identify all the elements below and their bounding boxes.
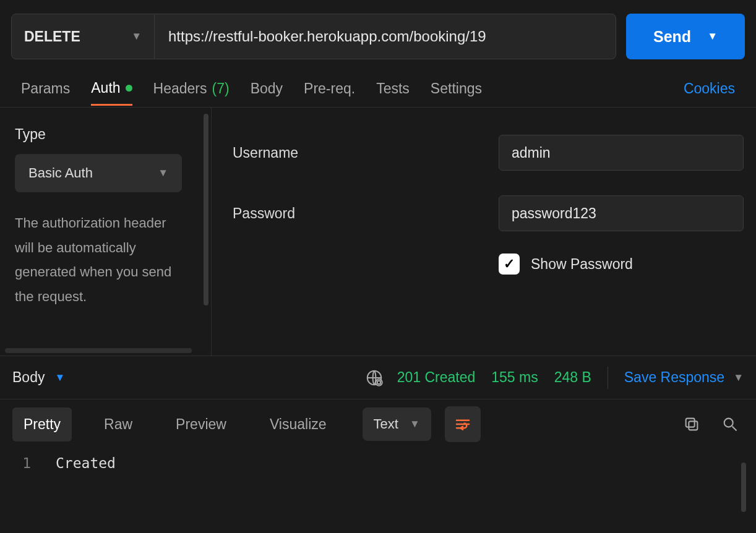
response-size: 248 B bbox=[554, 369, 591, 386]
line-number: 1 bbox=[12, 455, 31, 471]
chevron-down-icon: ▼ bbox=[131, 30, 142, 43]
password-row: Password bbox=[233, 195, 744, 231]
auth-credentials-panel: Username Password ✓ Show Password bbox=[212, 108, 756, 356]
chevron-down-icon: ▼ bbox=[733, 372, 744, 384]
copy-button[interactable] bbox=[678, 411, 705, 438]
tab-body[interactable]: Body bbox=[251, 73, 283, 104]
svg-point-7 bbox=[724, 419, 733, 427]
username-row: Username bbox=[233, 135, 744, 171]
password-input[interactable] bbox=[499, 195, 744, 231]
tab-headers[interactable]: Headers (7) bbox=[153, 73, 230, 104]
send-button[interactable]: Send ▼ bbox=[626, 14, 745, 59]
svg-point-1 bbox=[376, 379, 382, 386]
view-tab-preview[interactable]: Preview bbox=[165, 407, 238, 441]
response-toolbar: Pretty Raw Preview Visualize Text ▼ bbox=[0, 399, 756, 449]
tab-auth[interactable]: Auth bbox=[91, 72, 132, 106]
auth-pane: Type Basic Auth ▼ The authorization head… bbox=[0, 108, 756, 356]
response-status: 201 Created bbox=[397, 369, 476, 386]
response-meta: Body ▼ 201 Created 155 ms 248 B Save Res… bbox=[0, 356, 756, 399]
svg-rect-5 bbox=[689, 421, 697, 430]
divider bbox=[608, 367, 608, 389]
url-input[interactable] bbox=[155, 14, 616, 59]
response-format-select[interactable]: Text ▼ bbox=[363, 407, 431, 441]
tab-tests[interactable]: Tests bbox=[376, 73, 410, 104]
chevron-down-icon: ▼ bbox=[158, 167, 168, 179]
auth-type-value: Basic Auth bbox=[28, 165, 93, 181]
request-bar: DELETE ▼ Send ▼ bbox=[0, 0, 756, 70]
send-button-label: Send bbox=[653, 28, 691, 46]
password-label: Password bbox=[233, 205, 499, 222]
wrap-lines-button[interactable] bbox=[445, 406, 481, 442]
svg-rect-6 bbox=[686, 419, 695, 427]
show-password-row: ✓ Show Password bbox=[499, 254, 744, 275]
response-view-tabs: Pretty Raw Preview Visualize bbox=[12, 407, 338, 441]
line-content: Created bbox=[56, 455, 116, 471]
chevron-down-icon: ▼ bbox=[707, 30, 718, 43]
search-button[interactable] bbox=[716, 411, 744, 438]
http-method-select[interactable]: DELETE ▼ bbox=[11, 14, 155, 59]
scrollbar-vertical[interactable] bbox=[204, 114, 208, 305]
view-tab-raw[interactable]: Raw bbox=[93, 407, 144, 441]
http-method-value: DELETE bbox=[24, 28, 80, 45]
show-password-checkbox[interactable]: ✓ bbox=[499, 254, 520, 275]
headers-count: (7) bbox=[212, 80, 230, 97]
check-icon: ✓ bbox=[504, 256, 515, 272]
auth-type-label: Type bbox=[15, 126, 196, 143]
scrollbar-vertical[interactable] bbox=[741, 463, 746, 512]
save-response-button[interactable]: Save Response ▼ bbox=[624, 369, 744, 386]
username-input[interactable] bbox=[499, 135, 744, 171]
response-time: 155 ms bbox=[491, 369, 538, 386]
chevron-down-icon: ▼ bbox=[54, 372, 65, 384]
cookies-link[interactable]: Cookies bbox=[684, 80, 735, 97]
auth-type-select[interactable]: Basic Auth ▼ bbox=[15, 154, 182, 192]
auth-description: The authorization header will be automat… bbox=[15, 211, 188, 309]
username-label: Username bbox=[233, 145, 499, 161]
active-indicator-icon bbox=[126, 85, 132, 92]
scrollbar-horizontal[interactable] bbox=[5, 348, 192, 353]
network-icon[interactable] bbox=[365, 369, 384, 387]
tab-params[interactable]: Params bbox=[21, 73, 70, 104]
tab-settings[interactable]: Settings bbox=[431, 73, 482, 104]
view-tab-pretty[interactable]: Pretty bbox=[12, 407, 72, 441]
request-tabs: Params Auth Headers (7) Body Pre-req. Te… bbox=[0, 70, 756, 108]
response-body-code: 1 Created bbox=[0, 449, 756, 477]
view-tab-visualize[interactable]: Visualize bbox=[259, 407, 338, 441]
svg-line-8 bbox=[732, 427, 737, 431]
code-line: 1 Created bbox=[12, 455, 744, 471]
tab-prerequest[interactable]: Pre-req. bbox=[304, 73, 355, 104]
response-body-dropdown[interactable]: Body ▼ bbox=[12, 369, 65, 386]
chevron-down-icon: ▼ bbox=[410, 418, 420, 430]
auth-type-panel: Type Basic Auth ▼ The authorization head… bbox=[0, 108, 212, 356]
show-password-label: Show Password bbox=[531, 256, 633, 273]
